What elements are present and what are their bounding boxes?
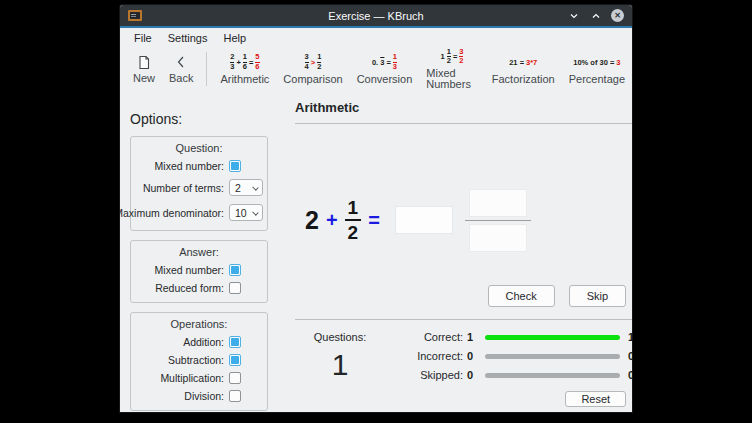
kbruch-window: Exercise — KBruch ✕ File Settings Help — [120, 5, 632, 412]
option-row-maximum-denominator: Maximum denominator:10 — [135, 200, 263, 225]
titlebar[interactable]: Exercise — KBruch ✕ — [120, 5, 632, 26]
stat-row-skipped: Skipped:00% — [385, 369, 632, 381]
menu-settings[interactable]: Settings — [160, 30, 216, 46]
group-question: Question:Mixed number:Number of terms:2M… — [130, 136, 268, 231]
subtraction-checkbox[interactable] — [229, 354, 241, 366]
division-checkbox[interactable] — [229, 390, 241, 402]
stat-value: 0 — [467, 369, 481, 381]
reset-row: Reset — [295, 391, 632, 407]
option-label: Reduced form: — [155, 282, 224, 294]
stat-progress-track — [485, 354, 620, 359]
answer-integer-input[interactable] — [395, 206, 453, 234]
answer-fraction-bar — [465, 220, 531, 221]
option-row-mixed-number: Mixed number: — [135, 261, 263, 279]
mixed-number-checkbox[interactable] — [229, 160, 241, 172]
toolbar-mode-factorization[interactable]: 21 =3*7Factorization — [485, 52, 562, 87]
toolbar-mode-conversion[interactable]: 0.3=13Conversion — [350, 52, 420, 87]
comparison-fraction-icon: 34>12 — [305, 54, 322, 71]
menu-help[interactable]: Help — [215, 30, 254, 46]
stat-percent: 100% — [628, 331, 632, 343]
stat-progress-fill — [485, 335, 620, 340]
heading-divider — [295, 123, 632, 124]
option-label: Mixed number: — [155, 160, 224, 172]
maximum-denominator-select[interactable]: 10 — [229, 204, 263, 221]
option-row-division: Division: — [135, 387, 263, 405]
chevron-down-icon — [252, 184, 258, 190]
stat-label: Skipped: — [385, 369, 463, 381]
select-value: 2 — [235, 182, 241, 194]
back-button[interactable]: Back — [162, 52, 200, 86]
exercise-mode-buttons: 23+16=56Arithmetic34>12Comparison0.3=13C… — [213, 46, 632, 92]
toolbar-mode-comparison[interactable]: 34>12Comparison — [276, 52, 349, 87]
window-controls: ✕ — [567, 9, 632, 23]
questions-label: Questions: — [295, 331, 385, 343]
answer-denominator-input[interactable] — [469, 224, 527, 252]
minimize-icon[interactable] — [567, 9, 581, 23]
task-equals: = — [368, 209, 380, 232]
questions-counter: Questions: 1 — [295, 327, 385, 382]
close-icon[interactable]: ✕ — [611, 9, 624, 22]
stat-value: 1 — [467, 331, 481, 343]
check-button[interactable]: Check — [488, 285, 555, 307]
reduced-form-checkbox[interactable] — [229, 282, 241, 294]
option-label: Mixed number: — [155, 264, 224, 276]
exercise-panel: Arithmetic 2 + 1 2 = — [280, 91, 632, 412]
toolbar-mode-percentage[interactable]: 10% of 30 =3Percentage — [562, 52, 632, 87]
options-heading: Options: — [130, 111, 280, 127]
option-label: Maximum denominator: — [120, 207, 224, 219]
new-button[interactable]: New — [126, 52, 162, 86]
task-fraction: 1 2 — [345, 197, 362, 244]
option-row-subtraction: Subtraction: — [135, 351, 263, 369]
stat-label: Incorrect: — [385, 350, 463, 362]
group-title: Answer: — [135, 244, 263, 261]
answer-buttons-row: Check Skip — [295, 285, 632, 307]
task-fraction-numerator: 1 — [345, 197, 362, 219]
toolbar-mode-label: Mixed Numbers — [426, 68, 477, 90]
mixed-number-checkbox[interactable] — [229, 264, 241, 276]
toolbar-mode-label: Conversion — [357, 74, 413, 85]
menu-file[interactable]: File — [126, 30, 160, 46]
task-operator: + — [326, 209, 338, 232]
toolbar: New Back 23+16=56Arithmetic34>12Comparis… — [120, 47, 632, 91]
addition-checkbox[interactable] — [229, 336, 241, 348]
factorization-fraction-icon: 21 =3*7 — [509, 54, 537, 71]
mixed-numbers-fraction-icon: 112=32 — [441, 48, 464, 65]
stat-row-incorrect: Incorrect:00% — [385, 350, 632, 362]
option-label: Subtraction: — [168, 354, 224, 366]
chevron-down-icon — [252, 209, 258, 215]
content-area: Options: Question:Mixed number:Number of… — [120, 91, 632, 412]
toolbar-mode-label: Arithmetic — [220, 74, 269, 85]
stat-value: 0 — [467, 350, 481, 362]
toolbar-mode-label: Factorization — [492, 74, 555, 85]
stats-area: Questions: 1 Correct:1100%Incorrect:00%S… — [295, 327, 632, 382]
option-row-number-of-terms: Number of terms:2 — [135, 175, 263, 200]
options-panel: Options: Question:Mixed number:Number of… — [120, 91, 280, 412]
group-title: Question: — [135, 140, 263, 157]
group-operations: Operations:Addition:Subtraction:Multipli… — [130, 312, 268, 411]
exercise-heading: Arithmetic — [295, 100, 632, 115]
new-document-icon — [137, 54, 151, 70]
exercise-task: 2 + 1 2 = — [305, 186, 632, 254]
maximize-icon[interactable] — [589, 9, 603, 23]
toolbar-mode-arithmetic[interactable]: 23+16=56Arithmetic — [213, 52, 276, 87]
percentage-fraction-icon: 10% of 30 =3 — [573, 54, 620, 71]
reset-button[interactable]: Reset — [565, 391, 626, 407]
task-fraction-denominator: 2 — [345, 219, 362, 244]
stats-divider — [295, 319, 632, 320]
desktop-background: Exercise — KBruch ✕ File Settings Help — [0, 0, 752, 423]
multiplication-checkbox[interactable] — [229, 372, 241, 384]
stat-percent: 0% — [628, 369, 632, 381]
answer-numerator-input[interactable] — [469, 189, 527, 217]
option-label: Division: — [184, 390, 224, 402]
option-row-mixed-number: Mixed number: — [135, 157, 263, 175]
answer-fraction-group — [465, 189, 531, 252]
skip-button[interactable]: Skip — [569, 285, 626, 307]
option-row-multiplication: Multiplication: — [135, 369, 263, 387]
option-label: Addition: — [183, 336, 224, 348]
stat-label: Correct: — [385, 331, 463, 343]
toolbar-mode-mixed-numbers[interactable]: 112=32Mixed Numbers — [419, 46, 484, 92]
stat-progress-track — [485, 335, 620, 340]
toolbar-separator — [206, 52, 207, 86]
window-title: Exercise — KBruch — [120, 10, 632, 22]
number-of-terms-select[interactable]: 2 — [229, 179, 263, 196]
